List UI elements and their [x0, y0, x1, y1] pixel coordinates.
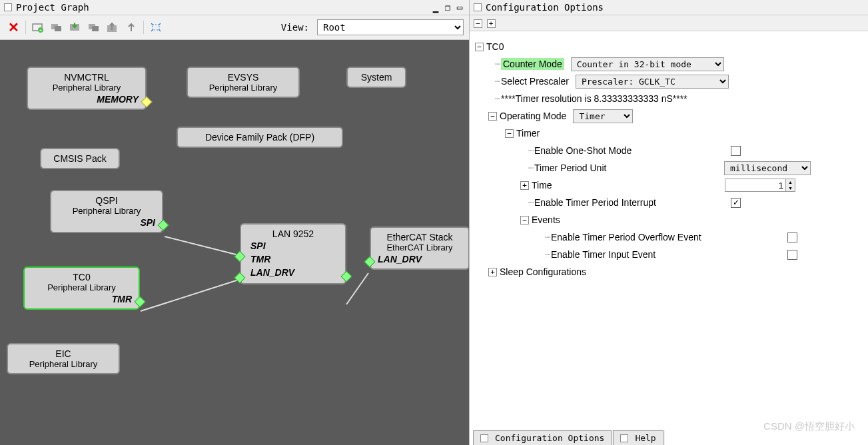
config-title-bar: Configuration Options: [470, 0, 868, 15]
prescaler-select[interactable]: Prescaler: GCLK_TC: [576, 75, 729, 89]
node-subtitle: Peripheral Library: [15, 359, 112, 369]
tree-toggle[interactable]: −: [475, 43, 484, 51]
svg-text:+: +: [39, 27, 43, 33]
expand-toolbar: − +: [470, 15, 868, 31]
oneshot-checkbox[interactable]: [731, 146, 741, 156]
node-role: LAN_DRV: [378, 254, 462, 264]
interrupt-checkbox[interactable]: ✓: [731, 198, 741, 208]
node-qspi[interactable]: QSPI Peripheral Library SPI: [50, 190, 163, 233]
node-title: NVMCTRL: [35, 72, 139, 83]
node-ethercat[interactable]: EtherCAT Stack EtherCAT Library LAN_DRV: [370, 226, 469, 270]
tree-toggle[interactable]: −: [488, 112, 497, 121]
watermark: CSDN @悟空胆好小: [763, 420, 855, 433]
port-label: SPI: [250, 239, 336, 252]
port-icon[interactable]: [234, 251, 246, 262]
collapse-all-icon[interactable]: −: [474, 19, 482, 28]
tree-toggle[interactable]: +: [488, 268, 497, 276]
svg-line-10: [165, 236, 238, 255]
svg-rect-4: [55, 26, 61, 31]
port-label: TMR: [250, 252, 336, 266]
svg-line-11: [141, 280, 238, 311]
node-tc0[interactable]: TC0 Peripheral Library TMR: [23, 266, 140, 310]
node-subtitle: Peripheral Library: [35, 83, 139, 93]
node-title: EVSYS: [195, 72, 292, 83]
node-role: SPI: [58, 217, 155, 228]
copy-icon[interactable]: [86, 20, 102, 35]
input-event-label: Enable Timer Input Event: [551, 249, 787, 260]
import-icon[interactable]: [67, 20, 83, 35]
node-title: TC0: [31, 272, 132, 282]
group-icon[interactable]: [49, 20, 65, 35]
tab-help[interactable]: Help: [613, 430, 663, 445]
events-label: Events: [532, 215, 560, 225]
restore-icon[interactable]: ❐: [442, 3, 453, 12]
input-event-checkbox[interactable]: [787, 250, 797, 260]
svg-rect-9: [153, 25, 159, 30]
node-system[interactable]: System: [346, 67, 406, 88]
interrupt-label: Enable Timer Period Interrupt: [534, 197, 731, 208]
time-spinner[interactable]: ▲▼: [725, 179, 795, 192]
panel-checkbox-icon: [4, 3, 12, 11]
tree-root-label: TC0: [486, 41, 504, 52]
graph-canvas[interactable]: NVMCTRL Peripheral Library MEMORY EVSYS …: [0, 40, 469, 445]
node-evsys[interactable]: EVSYS Peripheral Library: [187, 67, 300, 98]
period-unit-label: Timer Period Unit: [534, 163, 724, 173]
bottom-tabs: Configuration Options Help: [473, 430, 665, 445]
operating-mode-select[interactable]: Timer: [573, 109, 633, 123]
project-graph-title: Project Graph: [16, 2, 89, 13]
overflow-event-label: Enable Timer Period Overflow Event: [551, 232, 787, 242]
tab-checkbox-icon: [480, 434, 488, 442]
add-node-icon[interactable]: +: [30, 20, 46, 35]
tree-toggle[interactable]: −: [505, 129, 514, 138]
up-arrow-icon[interactable]: [123, 20, 139, 35]
maximize-icon[interactable]: ▭: [454, 3, 465, 12]
tab-checkbox-icon: [620, 434, 628, 442]
node-cmsis[interactable]: CMSIS Pack: [40, 148, 120, 169]
expand-all-icon[interactable]: +: [487, 19, 496, 28]
svg-rect-7: [92, 26, 99, 31]
node-subtitle: Peripheral Library: [31, 282, 132, 292]
port-icon[interactable]: [141, 97, 153, 108]
port-icon[interactable]: [364, 256, 376, 268]
tree-toggle[interactable]: −: [520, 216, 529, 224]
spin-down-icon[interactable]: ▼: [785, 185, 795, 191]
node-title: EIC: [15, 348, 112, 359]
node-subtitle: Peripheral Library: [195, 83, 292, 93]
spin-up-icon[interactable]: ▲: [785, 179, 795, 185]
time-label: Time: [532, 180, 725, 191]
resolution-label: ****Timer resolution is 8.33333333333 nS…: [501, 93, 687, 104]
period-unit-select[interactable]: millisecond: [724, 161, 811, 175]
export-icon[interactable]: [105, 20, 121, 35]
node-eic[interactable]: EIC Peripheral Library: [7, 343, 120, 374]
counter-mode-select[interactable]: Counter in 32-bit mode: [571, 57, 724, 71]
node-title: Device Family Pack (DFP): [185, 132, 335, 143]
node-role: MEMORY: [35, 94, 139, 105]
fit-icon[interactable]: [148, 20, 164, 35]
close-icon[interactable]: ✕: [5, 20, 21, 35]
node-role: TMR: [31, 294, 132, 304]
project-graph-title-bar: Project Graph ▁ ❐ ▭: [0, 0, 469, 15]
timer-label: Timer: [516, 128, 540, 139]
node-dfp[interactable]: Device Family Pack (DFP): [177, 127, 343, 148]
view-select[interactable]: Root: [317, 19, 464, 35]
panel-checkbox-icon: [474, 3, 482, 11]
port-icon[interactable]: [341, 271, 352, 282]
graph-toolbar: ✕ + View: Root: [0, 15, 469, 40]
minimize-icon[interactable]: ▁: [430, 3, 441, 12]
prescaler-label: Select Prescaler: [501, 76, 569, 87]
time-input[interactable]: [725, 179, 785, 191]
port-icon[interactable]: [234, 272, 246, 284]
operating-mode-label: Operating Mode: [500, 111, 566, 121]
port-icon[interactable]: [158, 220, 169, 231]
tab-config-options[interactable]: Configuration Options: [473, 430, 612, 445]
port-icon[interactable]: [135, 296, 146, 308]
config-title: Configuration Options: [486, 2, 604, 13]
view-label: View:: [281, 22, 309, 33]
node-lan9252[interactable]: LAN 9252 SPI TMR LAN_DRV: [240, 223, 346, 284]
overflow-event-checkbox[interactable]: [787, 232, 797, 242]
tree-toggle[interactable]: +: [520, 181, 529, 190]
node-title: QSPI: [58, 195, 155, 206]
node-title: LAN 9252: [250, 228, 336, 239]
config-tree: − TC0 ┈ Counter Mode Counter in 32-bit m…: [470, 31, 868, 445]
node-nvmctrl[interactable]: NVMCTRL Peripheral Library MEMORY: [27, 67, 147, 110]
